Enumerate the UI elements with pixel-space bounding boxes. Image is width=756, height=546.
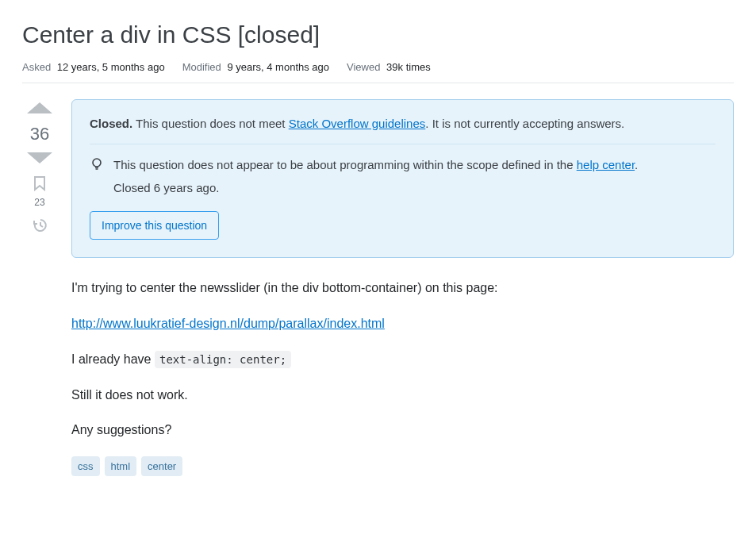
meta-row: Asked 12 years, 5 months ago Modified 9 … <box>22 61 734 83</box>
tag-html[interactable]: html <box>105 456 137 476</box>
body-p4: Any suggestions? <box>71 421 734 440</box>
tag-center[interactable]: center <box>141 456 182 476</box>
meta-viewed-value: 39k times <box>386 61 431 73</box>
closed-text-after: . It is not currently accepting answers. <box>425 117 624 130</box>
improve-question-button[interactable]: Improve this question <box>90 211 219 240</box>
meta-asked-value: 12 years, 5 months ago <box>57 61 165 73</box>
bookmark-icon <box>33 175 46 191</box>
closed-ago: Closed 6 years ago. <box>113 179 638 197</box>
detail-after-link: . <box>635 158 638 171</box>
lightbulb-icon <box>90 157 104 176</box>
closed-text-before: This question does not meet <box>132 117 289 130</box>
meta-viewed: Viewed 39k times <box>347 61 431 73</box>
meta-viewed-label: Viewed <box>347 61 380 73</box>
timeline-button[interactable] <box>32 217 48 236</box>
tags: css html center <box>71 456 734 476</box>
bookmark-count: 23 <box>34 197 44 208</box>
closed-strong: Closed. <box>90 117 132 130</box>
help-center-link[interactable]: help center <box>577 158 635 171</box>
meta-asked-label: Asked <box>22 61 51 73</box>
body-p1: I'm trying to center the newsslider (in … <box>71 279 734 298</box>
body-p2-code: text-align: center; <box>155 351 291 368</box>
tag-css[interactable]: css <box>71 456 100 476</box>
downvote-button[interactable] <box>25 151 54 169</box>
closed-summary: Closed. This question does not meet Stac… <box>90 114 716 144</box>
svg-point-0 <box>93 159 101 167</box>
vote-score: 36 <box>30 124 49 144</box>
upvote-icon <box>25 99 54 115</box>
guidelines-link[interactable]: Stack Overflow guidelines <box>289 117 426 130</box>
body-p2-before: I already have <box>71 352 155 366</box>
vote-column: 36 23 <box>22 99 57 477</box>
post-body: Closed. This question does not meet Stac… <box>71 99 734 477</box>
meta-modified: Modified 9 years, 4 months ago <box>182 61 329 73</box>
history-icon <box>32 217 48 233</box>
body-link[interactable]: http://www.luukratief-design.nl/dump/par… <box>71 317 385 330</box>
detail-before-link: This question does not appear to be abou… <box>113 158 577 171</box>
body-p2: I already have text-align: center; <box>71 350 734 370</box>
downvote-icon <box>25 151 54 167</box>
body-p3: Still it does not work. <box>71 386 734 406</box>
upvote-button[interactable] <box>25 99 54 117</box>
question-body: I'm trying to center the newsslider (in … <box>71 279 734 440</box>
closed-notice: Closed. This question does not meet Stac… <box>71 99 734 259</box>
closed-detail: This question does not appear to be abou… <box>90 156 716 198</box>
bookmark-button[interactable] <box>33 175 46 194</box>
post-layout: 36 23 Closed. This question does not mee… <box>22 99 734 477</box>
meta-asked: Asked 12 years, 5 months ago <box>22 61 165 73</box>
question-title: Center a div in CSS [closed] <box>22 19 734 52</box>
meta-modified-label: Modified <box>182 61 221 73</box>
meta-modified-value: 9 years, 4 months ago <box>227 61 329 73</box>
